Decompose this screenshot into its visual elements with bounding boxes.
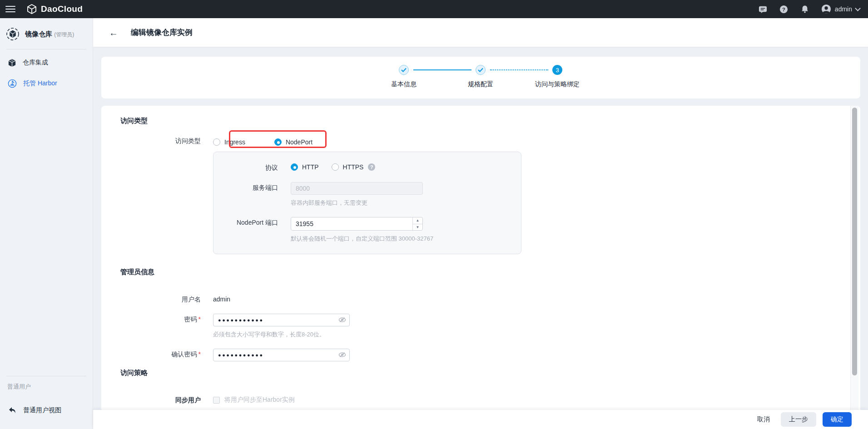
service-port-row: 服务端口 容器内部服务端口，无需变更 xyxy=(213,182,521,207)
required-asterisk: * xyxy=(198,350,201,358)
module-title: 镜像仓库 (管理员) xyxy=(25,30,74,39)
reply-arrow-icon xyxy=(8,406,17,415)
step-3-label: 访问与策略绑定 xyxy=(516,80,598,89)
radio-nodeport[interactable]: NodePort xyxy=(274,138,312,146)
user-menu[interactable]: admin xyxy=(821,4,860,14)
step-1-done-circle xyxy=(399,65,409,75)
notification-bell-icon[interactable] xyxy=(800,5,809,14)
eye-off-icon[interactable] xyxy=(338,316,346,323)
step-3-current-circle: 3 xyxy=(552,65,562,75)
user-name: admin xyxy=(835,5,852,13)
confirm-password-label: 确认密码* xyxy=(120,349,201,359)
stepper-card: 3 基本信息 规格配置 访问与策略绑定 xyxy=(101,57,860,99)
sidebar-item-label: 普通用户视图 xyxy=(23,406,61,414)
avatar-icon xyxy=(821,4,831,14)
password-label: 密码* xyxy=(120,314,201,324)
sync-user-checkbox[interactable] xyxy=(213,397,220,404)
form-card: 访问类型 访问类型 Ingress NodePort 协议 xyxy=(101,106,860,410)
brand-logo: DaoCloud xyxy=(26,4,83,15)
section-title-access-type: 访问类型 xyxy=(120,117,860,125)
confirm-password-input[interactable]: ●●●●●●●●●●● xyxy=(213,349,350,361)
registry-module-icon xyxy=(6,27,20,41)
step-2-done-circle xyxy=(476,65,486,75)
radio-circle-selected-icon xyxy=(274,138,282,146)
module-suffix: (管理员) xyxy=(54,31,74,38)
sidebar-module-header: 镜像仓库 (管理员) xyxy=(0,18,93,49)
access-type-label: 访问类型 xyxy=(120,135,201,145)
sidebar-item-managed-harbor[interactable]: 托管 Harbor xyxy=(0,73,93,94)
menu-toggle-icon[interactable] xyxy=(5,6,15,12)
radio-label: HTTPS xyxy=(343,163,364,171)
password-input[interactable]: ●●●●●●●●●●● xyxy=(213,314,350,326)
https-help-icon[interactable]: ? xyxy=(368,163,375,171)
section-title-admin-info: 管理员信息 xyxy=(120,268,860,276)
page-title: 编辑镜像仓库实例 xyxy=(131,27,193,38)
radio-circle-selected-icon xyxy=(291,163,298,171)
password-row: 密码* ●●●●●●●●●●● 必须包含大小写字母和数字，长度8-20位。 xyxy=(120,314,860,339)
footer-action-bar: 取消 上一步 确定 xyxy=(93,410,868,429)
step-1-label: 基本信息 xyxy=(363,80,445,89)
sidebar-divider xyxy=(6,49,86,49)
svg-text:?: ? xyxy=(782,6,785,12)
sync-user-checkbox-label: 将用户同步至Harbor实例 xyxy=(224,396,295,404)
password-hint: 必须包含大小写字母和数字，长度8-20位。 xyxy=(213,330,350,339)
page-header: ← 编辑镜像仓库实例 xyxy=(93,18,868,47)
sidebar-item-registry-integration[interactable]: 仓库集成 xyxy=(0,52,93,73)
username-value: admin xyxy=(213,294,230,303)
nodeport-port-hint: 默认将会随机一个端口，自定义端口范围 30000-32767 xyxy=(291,235,433,243)
top-bar: DaoCloud ? admin xyxy=(0,0,868,18)
nodeport-port-row: NodePort 端口 ▲ ▼ 默认将会随机一个端口，自定义端口范围 30000… xyxy=(213,217,521,243)
radio-ingress[interactable]: Ingress xyxy=(213,138,245,146)
protocol-row: 协议 HTTP HTTPS xyxy=(213,162,521,172)
chevron-down-icon xyxy=(855,5,861,11)
step-line-2 xyxy=(490,69,548,70)
cancel-button[interactable]: 取消 xyxy=(753,412,774,427)
eye-off-icon[interactable] xyxy=(338,351,346,358)
sidebar-group-label: 普通用户 xyxy=(0,376,93,393)
harbor-icon xyxy=(8,79,17,88)
spinner-down-icon[interactable]: ▼ xyxy=(413,224,422,231)
vertical-scrollbar-thumb[interactable] xyxy=(852,108,857,375)
previous-step-button[interactable]: 上一步 xyxy=(781,412,816,427)
sidebar-item-label: 仓库集成 xyxy=(23,59,48,67)
confirm-password-row: 确认密码* ●●●●●●●●●●● xyxy=(120,349,860,361)
radio-circle-icon xyxy=(213,138,220,146)
number-spinner: ▲ ▼ xyxy=(412,217,422,230)
radio-label: HTTP xyxy=(302,163,319,171)
username-label: 用户名 xyxy=(120,294,201,304)
step-line-1 xyxy=(413,69,471,70)
radio-label: Ingress xyxy=(224,138,245,146)
daocloud-cube-icon xyxy=(26,4,37,15)
radio-label: NodePort xyxy=(286,138,312,146)
sidebar-item-normal-user-view[interactable]: 普通用户视图 xyxy=(0,400,93,421)
nodeport-port-label: NodePort 端口 xyxy=(213,217,278,227)
sync-user-label: 同步用户 xyxy=(120,394,201,404)
username-row: 用户名 admin xyxy=(120,294,860,304)
radio-https[interactable]: HTTPS xyxy=(332,163,364,171)
required-asterisk: * xyxy=(198,316,201,323)
nodeport-port-input[interactable] xyxy=(291,217,423,231)
confirm-password-masked-value: ●●●●●●●●●●● xyxy=(218,353,264,358)
service-port-input xyxy=(291,182,423,195)
brand-name: DaoCloud xyxy=(41,4,83,14)
confirm-button[interactable]: 确定 xyxy=(823,412,852,427)
sidebar-item-label: 托管 Harbor xyxy=(23,79,57,88)
radio-http[interactable]: HTTP xyxy=(291,163,319,171)
protocol-label: 协议 xyxy=(213,162,278,172)
nodeport-settings-panel: 协议 HTTP HTTPS xyxy=(213,152,521,254)
service-port-label: 服务端口 xyxy=(213,182,278,192)
radio-circle-icon xyxy=(332,163,339,171)
vertical-scrollbar-track[interactable] xyxy=(850,106,858,410)
package-icon xyxy=(8,59,16,67)
spinner-up-icon[interactable]: ▲ xyxy=(413,217,422,224)
access-type-row: 访问类型 Ingress NodePort 协议 xyxy=(120,135,860,254)
password-masked-value: ●●●●●●●●●●● xyxy=(218,318,264,323)
back-arrow-icon[interactable]: ← xyxy=(109,28,118,37)
service-port-hint: 容器内部服务端口，无需变更 xyxy=(291,199,423,207)
step-2-label: 规格配置 xyxy=(440,80,521,89)
help-icon[interactable]: ? xyxy=(779,5,789,14)
sidebar: 镜像仓库 (管理员) 仓库集成 托管 Harbor 普通用户 xyxy=(0,18,93,429)
sync-user-row: 同步用户 将用户同步至Harbor实例 1、将平台中的用户同步至Harbor实例… xyxy=(120,394,860,410)
section-title-access-policy: 访问策略 xyxy=(120,369,860,377)
message-icon[interactable] xyxy=(759,5,768,14)
